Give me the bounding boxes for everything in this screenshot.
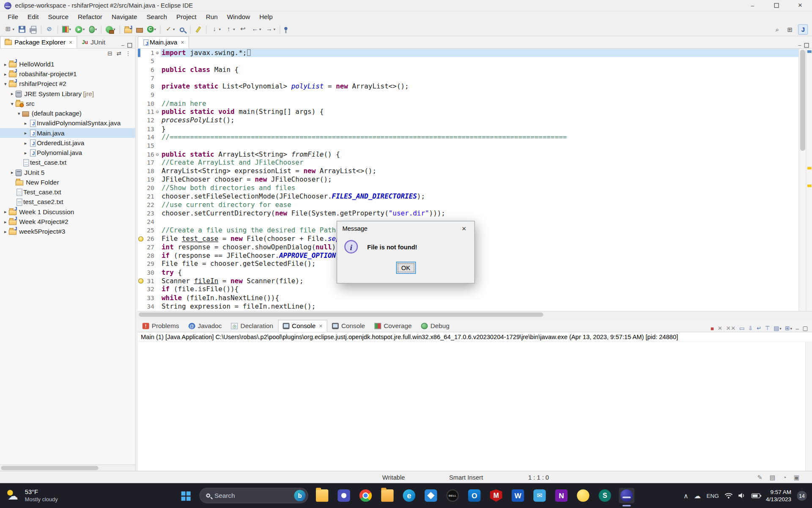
menu-source[interactable]: Source [43, 12, 73, 22]
taskbar-photos[interactable] [423, 488, 439, 503]
weather-widget[interactable]: ☁ 53°F Mostly cloudy [0, 489, 104, 502]
tree-item[interactable]: ▾(default package) [0, 108, 135, 118]
code-line[interactable]: 34String expression = fileIn.nextLine(); [138, 302, 798, 311]
toolbar-back[interactable]: ←▾ [250, 25, 263, 34]
tab-package-explorer[interactable]: Package Explorer✕ [0, 36, 77, 48]
tab-console[interactable]: Console [327, 320, 370, 332]
console-terminate[interactable]: ■ [710, 325, 714, 331]
code-line[interactable]: 5 [138, 57, 798, 66]
menu-edit[interactable]: Edit [23, 12, 43, 22]
code-line[interactable]: 32if (file.isFile()){ [138, 285, 798, 294]
overview-mark-warning[interactable] [807, 185, 812, 187]
taskbar-lightbulb[interactable] [575, 488, 591, 503]
code-line[interactable]: 6public class Main { [138, 66, 798, 74]
code-line[interactable]: 1⊕import javax.swing.*; [138, 49, 798, 57]
notifications-icon[interactable]: ▣ [794, 474, 800, 481]
console-remove-all-launches[interactable]: ✕✕ [726, 325, 736, 332]
toolbar-quick-access-search[interactable]: ⌕ [773, 25, 782, 34]
console-open-console[interactable]: ⊞▾ [785, 325, 792, 332]
tree-item[interactable]: ▸OrderedList.java [0, 138, 135, 148]
toolbar-last-edit-location[interactable]: ↩ [238, 25, 249, 34]
link-with-editor-icon[interactable]: ⇄ [116, 50, 121, 57]
code-line[interactable]: 22//use current directory for ease [138, 201, 798, 209]
dropdown-caret-icon[interactable]: ▾ [779, 326, 781, 331]
minimize-button[interactable]: – [741, 0, 764, 11]
toolbar-new-package[interactable] [134, 25, 144, 34]
notification-badge[interactable]: 14 [797, 491, 807, 500]
tab-junit[interactable]: JuJUnit [77, 36, 110, 48]
expand-arrow-icon[interactable]: ▸ [2, 71, 9, 76]
tree-item[interactable]: ▸robashifar-project#1 [0, 69, 135, 79]
edit-icon[interactable]: ✎ [757, 474, 762, 481]
console-minimize-view[interactable]: – [796, 325, 799, 331]
toolbar-forward[interactable]: →▾ [263, 25, 277, 34]
dropdown-caret-icon[interactable]: ▾ [12, 27, 14, 31]
start-button[interactable] [178, 488, 193, 503]
expand-arrow-icon[interactable]: ▾ [2, 81, 9, 86]
tree-item[interactable]: test_case2.txt [0, 197, 135, 207]
tree-item[interactable]: ▸week5Project#3 [0, 226, 135, 236]
toolbar-run[interactable]: ▾ [74, 25, 86, 34]
toolbar-new-wizard[interactable]: ⊞▾ [3, 25, 16, 34]
maximize-button[interactable] [764, 0, 788, 11]
progress-icon[interactable]: ◔ [783, 474, 787, 481]
toolbar-debug[interactable]: ▾ [87, 25, 98, 34]
view-maximize-icon[interactable] [127, 43, 132, 48]
editor-hscroll-thumb[interactable] [139, 312, 543, 317]
taskbar-folder[interactable] [380, 488, 395, 503]
menu-project[interactable]: Project [172, 12, 201, 22]
expand-arrow-icon[interactable]: ▸ [2, 209, 9, 214]
menu-refactor[interactable]: Refactor [73, 12, 107, 22]
tab-javadoc[interactable]: Javadoc [184, 320, 226, 332]
toolbar-new-class[interactable]: ▾ [145, 25, 158, 34]
tab-main-java[interactable]: Main.java ✕ [138, 36, 189, 48]
tab-declaration[interactable]: Declaration [227, 320, 278, 332]
toolbar-mark-occurrences[interactable] [193, 25, 203, 33]
tree-item[interactable]: ▸JRE System Library[jre] [0, 88, 135, 98]
taskbar-dell[interactable] [445, 488, 461, 503]
warning-icon[interactable] [138, 236, 143, 241]
close-tab-icon[interactable]: ✕ [319, 323, 323, 328]
tray-chevron-up-icon[interactable]: ∧ [683, 491, 689, 499]
ok-button[interactable]: OK [396, 262, 416, 273]
taskbar-edge[interactable] [401, 488, 417, 503]
console-output[interactable] [138, 342, 812, 471]
dialog-titlebar[interactable]: Message ✕ [337, 221, 474, 236]
code-line[interactable]: 17//Create ArrayList and JFileChooser [138, 159, 798, 167]
dropdown-caret-icon[interactable]: ▾ [259, 27, 261, 31]
dialog-close-icon[interactable]: ✕ [454, 221, 475, 236]
code-line[interactable]: 9 [138, 91, 798, 99]
dropdown-caret-icon[interactable]: ▾ [69, 27, 71, 31]
toolbar-search[interactable] [178, 26, 187, 33]
code-line[interactable]: 15 [138, 142, 798, 150]
expand-arrow-icon[interactable]: ▸ [2, 229, 9, 234]
tree-item[interactable]: ▸Main.java [0, 128, 135, 138]
tree-item[interactable]: ▸Week 4Project#2 [0, 217, 135, 226]
code-line[interactable]: 14//====================================… [138, 133, 798, 142]
console-clear-console[interactable]: ▭ [739, 325, 745, 332]
explorer-hscroll-thumb[interactable] [1, 466, 98, 470]
volume-icon[interactable] [738, 492, 746, 499]
dropdown-caret-icon[interactable]: ▾ [154, 27, 156, 31]
taskbar-chrome[interactable] [358, 488, 373, 503]
tab-coverage[interactable]: Coverage [370, 320, 416, 332]
view-minimize-icon[interactable]: – [121, 42, 124, 48]
tasks-icon[interactable]: ▤ [770, 474, 776, 481]
expand-arrow-icon[interactable]: ▸ [22, 121, 29, 126]
tree-item[interactable]: ▾src [0, 99, 135, 108]
fold-toggle-icon[interactable]: ⊖ [154, 108, 161, 116]
expand-arrow-icon[interactable]: ▸ [22, 150, 29, 155]
taskbar-file-explorer[interactable] [314, 488, 330, 503]
menu-navigate[interactable]: Navigate [107, 12, 142, 22]
expand-arrow-icon[interactable]: ▸ [22, 130, 29, 135]
onedrive-icon[interactable]: ☁ [694, 491, 701, 499]
dropdown-caret-icon[interactable]: ▾ [233, 27, 235, 31]
toolbar-previous-annotation[interactable]: ↑▾ [223, 25, 236, 34]
tree-item[interactable]: Test_case.txt [0, 187, 135, 197]
tree-item[interactable]: ▾rshifarProject #2 [0, 79, 135, 88]
code-line[interactable]: 10//main here [138, 99, 798, 108]
toolbar-pin-editor[interactable] [283, 28, 289, 31]
expand-arrow-icon[interactable]: ▸ [2, 61, 9, 66]
dropdown-caret-icon[interactable]: ▾ [173, 27, 175, 31]
dropdown-caret-icon[interactable]: ▾ [219, 27, 220, 31]
